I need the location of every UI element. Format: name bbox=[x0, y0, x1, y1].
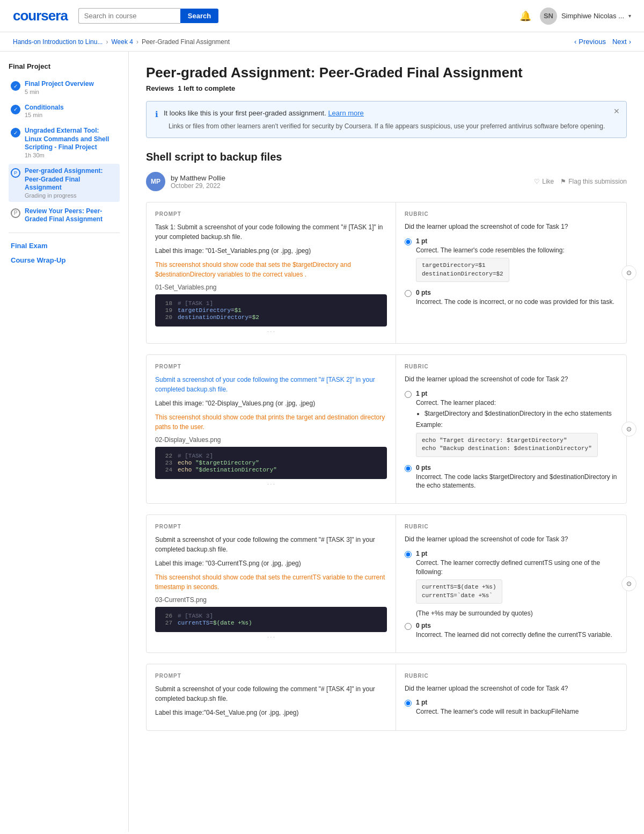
task3-radio-0pts[interactable] bbox=[405, 623, 412, 630]
sidebar-section-title: Final Project bbox=[9, 62, 120, 70]
task3-scroll-hint: · · · bbox=[155, 634, 387, 640]
task2-text-2: Label this image: "02-Display_Values.png… bbox=[155, 398, 387, 408]
active-icon: P bbox=[11, 168, 20, 178]
author-date: October 29, 2022 bbox=[171, 182, 529, 190]
task3-rubric-question: Did the learner upload the screenshot of… bbox=[405, 535, 618, 544]
complete-icon-3: ✓ bbox=[11, 128, 20, 137]
task4-rubric-label: RUBRIC bbox=[405, 673, 618, 679]
sidebar-item-peer-graded[interactable]: P Peer-graded Assignment: Peer-Graded Fi… bbox=[9, 164, 120, 202]
task4-opt-1pt: 1 ptCorrect. The learner's code will res… bbox=[405, 698, 618, 716]
sidebar-item-content-5: Review Your Peers: Peer-Graded Final Ass… bbox=[25, 207, 118, 224]
sidebar-item-review-peers[interactable]: P Review Your Peers: Peer-Graded Final A… bbox=[9, 204, 120, 227]
author-row: MP by Matthew Pollie October 29, 2022 ♡ … bbox=[146, 172, 627, 191]
task2-text-3: This screenshot should show code that pr… bbox=[155, 412, 387, 432]
page-title: Peer-graded Assignment: Peer-Graded Fina… bbox=[146, 64, 627, 81]
task3-rubric-label: RUBRIC bbox=[405, 524, 618, 530]
sidebar-item-final-project-overview[interactable]: ✓ Final Project Overview 5 min bbox=[9, 77, 120, 98]
task2-radio-0pts[interactable] bbox=[405, 465, 412, 472]
sidebar-item-conditionals[interactable]: ✓ Conditionals 15 min bbox=[9, 100, 120, 122]
sidebar-item-content-4: Peer-graded Assignment: Peer-Graded Fina… bbox=[25, 167, 118, 199]
sidebar: Final Project ✓ Final Project Overview 5… bbox=[0, 52, 129, 832]
task2-row: PROMPT Submit a screenshot of your code … bbox=[147, 355, 626, 503]
info-icon: ℹ bbox=[155, 110, 158, 119]
info-box: ✕ ℹ It looks like this is your first pee… bbox=[146, 101, 627, 138]
task4-rubric: RUBRIC Did the learner upload the screen… bbox=[396, 664, 626, 730]
prev-link[interactable]: ‹ Previous bbox=[574, 38, 606, 46]
task2-prompt-label: PROMPT bbox=[155, 364, 387, 369]
task3-radio-1pt[interactable] bbox=[405, 551, 412, 558]
task4-prompt: PROMPT Submit a screenshot of your code … bbox=[147, 664, 396, 730]
complete-icon: ✓ bbox=[11, 81, 20, 91]
task3-scroll-btn[interactable]: ⊙ bbox=[621, 576, 636, 591]
sidebar-item-content: Final Project Overview 5 min bbox=[25, 80, 118, 95]
flag-link[interactable]: ⚑ Flag this submission bbox=[560, 178, 627, 185]
task3-row: PROMPT Submit a screenshot of your code … bbox=[147, 515, 626, 652]
task2-label-0pts: 0 ptsIncorrect. The code lacks $targetDi… bbox=[416, 463, 618, 490]
task1-img-label: 01-Set_Variables.png bbox=[155, 284, 387, 291]
task4-rubric-question: Did the learner upload the screenshot of… bbox=[405, 684, 618, 693]
sidebar-item-label-4: Peer-graded Assignment: Peer-Graded Fina… bbox=[25, 167, 118, 192]
task1-code-sample: targetDirectory=$1 destinationDirectory=… bbox=[416, 258, 509, 282]
avatar-wrap[interactable]: SN Simphiwe Nicolas ... ▾ bbox=[540, 8, 631, 25]
task4-radio-1pt[interactable] bbox=[405, 700, 412, 707]
task3-radio-group: 1 ptCorrect. The learner correctly defin… bbox=[405, 549, 618, 640]
breadcrumb-nav: ‹ Previous Next › bbox=[574, 38, 631, 46]
bell-icon[interactable]: 🔔 bbox=[519, 10, 531, 22]
task1-row: PROMPT Task 1: Submit a screenshot of yo… bbox=[147, 202, 626, 343]
task1-radio-0pts[interactable] bbox=[405, 290, 412, 297]
info-text: It looks like this is your first peer-gr… bbox=[164, 109, 364, 117]
task2-opt-1pt: 1 ptCorrect. The learner placed: $target… bbox=[405, 389, 618, 460]
search-button[interactable]: Search bbox=[180, 9, 218, 23]
sidebar-item-label: Final Project Overview bbox=[25, 80, 118, 89]
sidebar-item-content-3: Ungraded External Tool: Linux Commands a… bbox=[25, 127, 118, 158]
task1-radio-1pt[interactable] bbox=[405, 238, 412, 245]
breadcrumb-item-2[interactable]: Week 4 bbox=[111, 38, 133, 46]
learn-more-link[interactable]: Learn more bbox=[328, 109, 363, 117]
task2-code-sample: echo "Target directory: $targetDirectory… bbox=[416, 433, 598, 457]
task1-rubric-question: Did the learner upload the screenshot of… bbox=[405, 222, 618, 231]
avatar: SN bbox=[540, 8, 557, 25]
task1-opt-0pts: 0 ptsIncorrect. The code is incorrect, o… bbox=[405, 288, 618, 307]
header: coursera Search 🔔 SN Simphiwe Nicolas ..… bbox=[0, 0, 644, 32]
sidebar-item-meta-4: Grading in progress bbox=[25, 192, 118, 199]
task4-block: PROMPT Submit a screenshot of your code … bbox=[146, 664, 627, 731]
task2-block: PROMPT Submit a screenshot of your code … bbox=[146, 354, 627, 504]
next-link[interactable]: Next › bbox=[612, 38, 631, 46]
sidebar-item-ungraded[interactable]: ✓ Ungraded External Tool: Linux Commands… bbox=[9, 124, 120, 162]
search-input[interactable] bbox=[78, 8, 180, 24]
task2-img-label: 02-Display_Values.png bbox=[155, 436, 387, 444]
info-close-button[interactable]: ✕ bbox=[613, 107, 620, 115]
task4-prompt-label: PROMPT bbox=[155, 673, 387, 679]
task2-scroll-btn[interactable]: ⊙ bbox=[621, 422, 636, 437]
task1-prompt-label: PROMPT bbox=[155, 211, 387, 217]
sidebar-course-wrap[interactable]: Course Wrap-Up bbox=[9, 253, 120, 267]
section-title: Shell script to backup files bbox=[146, 151, 627, 163]
task3-code: 26# [TASK 3] 27currentTS=$(date +%s) bbox=[155, 607, 387, 632]
task3-rubric: RUBRIC Did the learner upload the screen… bbox=[396, 515, 626, 652]
sidebar-final-exam[interactable]: Final Exam bbox=[9, 238, 120, 253]
task3-opt-1pt: 1 ptCorrect. The learner correctly defin… bbox=[405, 549, 618, 618]
task1-opt-1pt: 1 ptCorrect. The learner's code resemble… bbox=[405, 237, 618, 285]
task3-text-3: This screenshot should show code that se… bbox=[155, 572, 387, 592]
task4-text-1: Submit a screenshot of your code followi… bbox=[155, 684, 387, 704]
sidebar-item-label-3: Ungraded External Tool: Linux Commands a… bbox=[25, 127, 118, 152]
task4-text-2: Label this image:"04-Set_Value.png (or .… bbox=[155, 708, 387, 717]
breadcrumb-item-1[interactable]: Hands-on Introduction to Linu... bbox=[13, 38, 103, 46]
like-link[interactable]: ♡ Like bbox=[534, 178, 554, 185]
info-box-top: ℹ It looks like this is your first peer-… bbox=[155, 109, 618, 119]
task3-label-1pt: 1 ptCorrect. The learner correctly defin… bbox=[416, 549, 618, 618]
task3-img-label: 03-CurrentTS.png bbox=[155, 596, 387, 604]
search-bar: Search bbox=[78, 8, 218, 24]
task2-label-1pt: 1 ptCorrect. The learner placed: $target… bbox=[416, 389, 612, 460]
task2-prompt: PROMPT Submit a screenshot of your code … bbox=[147, 355, 396, 503]
task1-text-1: Task 1: Submit a screenshot of your code… bbox=[155, 222, 387, 242]
breadcrumb: Hands-on Introduction to Linu... › Week … bbox=[0, 32, 644, 52]
task4-wrap: PROMPT Submit a screenshot of your code … bbox=[146, 664, 627, 731]
task2-radio-1pt[interactable] bbox=[405, 391, 412, 398]
sidebar-item-label-2: Conditionals bbox=[25, 104, 118, 112]
task3-note: (The +%s may be surrounded by quotes) bbox=[416, 609, 618, 618]
task2-rubric: RUBRIC Did the learner upload the screen… bbox=[396, 355, 626, 503]
task1-scroll-btn[interactable]: ⊙ bbox=[621, 265, 636, 280]
author-avatar: MP bbox=[146, 172, 165, 191]
user-name: Simphiwe Nicolas ... bbox=[561, 12, 624, 20]
